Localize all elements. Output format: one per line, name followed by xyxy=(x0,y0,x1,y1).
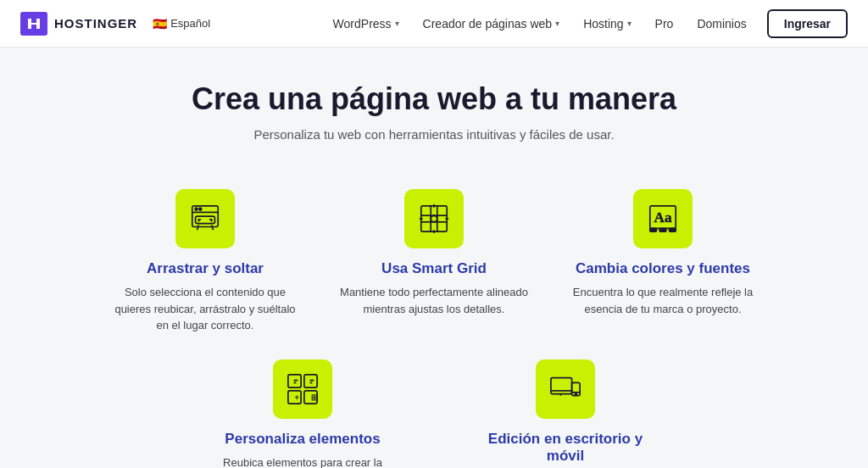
smart-grid-icon xyxy=(418,203,450,235)
colors-fonts-desc: Encuentra lo que realmente refleje la es… xyxy=(565,284,760,317)
feature-responsive: Edición en escritorio y móvil Crea, edit… xyxy=(468,359,663,469)
responsive-icon-box xyxy=(536,359,595,419)
svg-line-4 xyxy=(198,226,199,231)
svg-point-11 xyxy=(431,215,437,222)
nav-links: WordPress ▾ Creador de páginas web ▾ Hos… xyxy=(323,9,848,38)
svg-rect-21 xyxy=(288,374,301,387)
smart-grid-title: Usa Smart Grid xyxy=(337,260,531,277)
hero-title: Crea una página web a tu manera xyxy=(17,81,851,117)
logo-icon xyxy=(20,12,47,36)
drag-drop-title: Arrastrar y soltar xyxy=(108,260,303,277)
svg-text:+: + xyxy=(295,393,300,402)
chevron-down-icon: ▾ xyxy=(627,19,632,28)
nav-page-builder[interactable]: Creador de páginas web ▾ xyxy=(413,12,570,36)
feature-drag-drop: Arrastrar y soltar Solo selecciona el co… xyxy=(108,189,303,334)
chevron-down-icon: ▾ xyxy=(555,19,559,28)
nav-wordpress[interactable]: WordPress ▾ xyxy=(323,12,409,36)
ingresar-button[interactable]: Ingresar xyxy=(767,9,848,38)
svg-text:Aa: Aa xyxy=(654,209,672,226)
feature-smart-grid: Usa Smart Grid Mantiene todo perfectamen… xyxy=(337,189,531,334)
customize-desc: Reubica elementos para crear la página w… xyxy=(205,454,400,469)
drag-drop-icon xyxy=(189,203,221,235)
logo[interactable]: HOSTINGER xyxy=(20,12,137,36)
drag-drop-icon-box xyxy=(175,189,235,248)
chevron-down-icon: ▾ xyxy=(395,19,399,28)
flag-icon: 🇪🇸 xyxy=(153,17,167,31)
svg-rect-6 xyxy=(421,206,447,231)
features-row-1: Arrastrar y soltar Solo selecciona el co… xyxy=(0,159,868,351)
smart-grid-icon-box xyxy=(404,189,464,248)
feature-customize: + ⊞ Personaliza elementos Reubica elemen… xyxy=(205,359,400,469)
drag-drop-desc: Solo selecciona el contenido que quieres… xyxy=(108,284,303,334)
nav-hosting[interactable]: Hosting ▾ xyxy=(573,12,641,36)
svg-point-2 xyxy=(199,208,202,210)
logo-text: HOSTINGER xyxy=(54,16,137,31)
svg-point-36 xyxy=(575,393,576,394)
customize-title: Personaliza elementos xyxy=(205,431,400,448)
feature-colors-fonts: Aa Cambia colores y fuentes Encuentra lo… xyxy=(565,189,760,334)
svg-rect-22 xyxy=(304,374,317,387)
colors-fonts-icon: Aa xyxy=(647,203,679,235)
customize-icon: + ⊞ xyxy=(287,373,319,405)
svg-point-1 xyxy=(195,208,198,210)
nav-pro[interactable]: Pro xyxy=(645,12,684,36)
smart-grid-desc: Mantiene todo perfectamente alineado mie… xyxy=(337,284,531,317)
responsive-title: Edición en escritorio y móvil xyxy=(468,431,663,465)
language-selector[interactable]: 🇪🇸 Español xyxy=(153,17,210,31)
hero-subtitle: Personaliza tu web con herramientas intu… xyxy=(17,127,851,142)
svg-rect-31 xyxy=(551,377,572,393)
hero-section: Crea una página web a tu manera Personal… xyxy=(0,47,868,159)
svg-rect-19 xyxy=(659,228,666,231)
svg-line-5 xyxy=(212,226,214,231)
customize-icon-box: + ⊞ xyxy=(273,359,332,419)
hostinger-logo-svg xyxy=(25,15,42,32)
svg-text:⊞: ⊞ xyxy=(311,393,318,402)
nav-domains[interactable]: Dominios xyxy=(687,12,756,36)
svg-rect-18 xyxy=(650,228,657,231)
responsive-icon xyxy=(549,373,581,405)
features-row-2: + ⊞ Personaliza elementos Reubica elemen… xyxy=(0,351,868,469)
svg-rect-20 xyxy=(670,228,676,231)
colors-fonts-title: Cambia colores y fuentes xyxy=(565,260,760,277)
language-label: Español xyxy=(170,17,210,30)
colors-fonts-icon-box: Aa xyxy=(633,189,693,248)
navbar: HOSTINGER 🇪🇸 Español WordPress ▾ Creador… xyxy=(0,0,868,47)
